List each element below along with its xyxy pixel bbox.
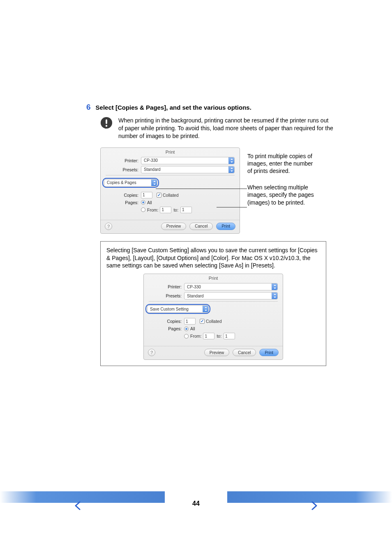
callout-copies: To print multiple copies of images, ente… — [247, 152, 317, 175]
from-input[interactable] — [203, 333, 214, 339]
pages-from-radio[interactable] — [184, 334, 189, 339]
section-select[interactable]: Save Custom Setting — [147, 305, 209, 313]
from-label: From: — [147, 207, 158, 212]
next-page-arrow[interactable] — [311, 501, 318, 512]
from-input[interactable] — [160, 207, 171, 213]
section-value: Save Custom Setting — [150, 307, 189, 311]
cancel-button[interactable]: Cancel — [233, 349, 256, 356]
chevron-updown-icon — [203, 306, 208, 312]
dialog-title: Print — [101, 148, 240, 157]
copies-label: Copies: — [106, 193, 141, 198]
chevron-updown-icon — [228, 166, 234, 173]
step-title: Select [Copies & Pages], and set the var… — [96, 104, 251, 111]
pages-all-radio[interactable] — [184, 327, 189, 331]
print-dialog-2: Print Printer: CP-330 Presets: Standard — [143, 274, 283, 360]
collated-label: Collated — [206, 319, 222, 324]
presets-label: Presets: — [106, 167, 141, 172]
print-button[interactable]: Print — [216, 223, 235, 230]
printer-value: CP-330 — [144, 158, 158, 163]
pages-all-radio[interactable] — [141, 200, 145, 205]
presets-value: Standard — [187, 294, 204, 298]
collated-label: Collated — [163, 193, 179, 198]
section-highlight: Copies & Pages — [102, 178, 159, 188]
to-input[interactable] — [224, 333, 235, 339]
printer-value: CP-330 — [187, 285, 201, 289]
section-highlight: Save Custom Setting — [145, 304, 210, 314]
from-label: From: — [190, 334, 201, 339]
callout-pages: When selecting multiple images, specify … — [247, 184, 317, 206]
printer-label: Printer: — [149, 284, 184, 289]
step-number: 6 — [86, 103, 91, 112]
svg-rect-1 — [106, 120, 107, 124]
copies-label: Copies: — [149, 319, 184, 324]
cancel-button[interactable]: Cancel — [189, 223, 213, 230]
pages-all-label: All — [190, 326, 195, 331]
prev-page-arrow[interactable] — [74, 501, 81, 512]
presets-value: Standard — [144, 167, 161, 172]
copies-input[interactable] — [141, 192, 152, 198]
section-value: Copies & Pages — [107, 180, 136, 185]
help-button[interactable]: ? — [148, 349, 155, 356]
chevron-updown-icon — [151, 180, 157, 186]
to-label: to: — [173, 207, 178, 212]
presets-select[interactable]: Standard — [184, 292, 278, 299]
pages-label: Pages: — [149, 326, 184, 331]
collated-checkbox[interactable] — [200, 319, 205, 324]
collated-checkbox[interactable] — [157, 193, 161, 198]
chevron-updown-icon — [228, 157, 234, 164]
preview-button[interactable]: Preview — [204, 349, 230, 356]
to-label: to: — [217, 334, 221, 339]
help-button[interactable]: ? — [105, 223, 112, 230]
printer-select[interactable]: CP-330 — [141, 157, 235, 164]
pages-from-radio[interactable] — [141, 207, 145, 212]
copies-input[interactable] — [184, 318, 196, 325]
printer-label: Printer: — [106, 158, 141, 163]
chevron-updown-icon — [272, 292, 277, 299]
presets-select[interactable]: Standard — [141, 166, 235, 173]
section-select[interactable]: Copies & Pages — [104, 179, 157, 187]
dialog-title: Print — [144, 274, 283, 283]
presets-label: Presets: — [149, 293, 184, 298]
info-box: Selecting [Save Custom Setting] allows y… — [100, 241, 326, 366]
to-input[interactable] — [180, 207, 192, 213]
preview-button[interactable]: Preview — [161, 223, 187, 230]
pages-all-label: All — [147, 200, 152, 205]
note-text: When printing in the background, printin… — [118, 117, 334, 140]
print-button[interactable]: Print — [259, 349, 279, 356]
svg-point-2 — [106, 125, 107, 127]
pages-label: Pages: — [106, 200, 141, 205]
chevron-updown-icon — [272, 283, 277, 290]
page-number: 44 — [192, 500, 200, 507]
printer-select[interactable]: CP-330 — [184, 283, 278, 290]
important-icon — [100, 117, 113, 129]
info-text: Selecting [Save Custom Setting] allows y… — [106, 246, 320, 270]
print-dialog-1: Print Printer: CP-330 Presets: Standard — [100, 147, 240, 234]
